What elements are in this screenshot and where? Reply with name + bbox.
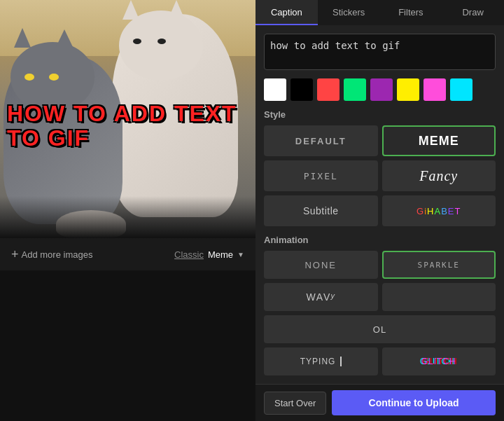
style-section: Style DEFAULT MEME PIXEL Fancy [264,109,496,226]
caption-panel: how to add text to gif Style DEFAULT ME [255,25,504,384]
tab-filters[interactable]: Filters [380,0,442,25]
color-green[interactable] [344,78,366,101]
anim-wavy[interactable]: WAVy [264,283,378,311]
style-pixel[interactable]: PIXEL [264,160,378,191]
style-default[interactable]: DEFAULT [264,125,378,156]
plus-icon: + [11,247,19,262]
style-meme[interactable]: MEME [382,125,496,156]
gif-container: HOW TO ADD TEXT TO GIF [0,0,255,238]
color-palette [264,78,496,101]
tab-caption[interactable]: Caption [255,0,318,25]
right-panel: Caption Stickers Filters Draw how to add… [255,0,504,421]
add-images-label: Add more images [22,249,93,260]
style-grid: DEFAULT MEME PIXEL Fancy Subtitle [264,125,496,226]
style-fancy[interactable]: Fancy [382,160,496,191]
bottom-bar: + Add more images Classic Meme ▼ [0,238,255,270]
dropdown-arrow-icon[interactable]: ▼ [237,251,244,258]
style-section-label: Style [264,109,496,120]
meme-style-option[interactable]: Meme [208,249,233,260]
add-images-button[interactable]: + Add more images [11,247,92,262]
color-cyan[interactable] [450,78,472,101]
bottom-actions: Start Over Continue to Upload [255,384,504,421]
caption-text-input[interactable]: how to add text to gif [264,34,496,70]
color-white[interactable] [264,78,286,101]
color-purple[interactable] [370,78,393,101]
continue-button[interactable]: Continue to Upload [332,390,496,415]
left-panel: HOW TO ADD TEXT TO GIF + Add more images… [0,0,255,421]
anim-rainbow[interactable]: RAINBOW [382,283,496,311]
anim-ol[interactable]: OL [264,315,496,343]
classic-style-option[interactable]: Classic [174,249,204,260]
style-alphabet[interactable]: GiHABET [382,195,496,226]
start-over-button[interactable]: Start Over [264,392,326,415]
color-black[interactable] [290,78,313,101]
style-selector: Classic Meme ▼ [174,249,244,260]
anim-sparkle[interactable]: SPARKLE [382,251,496,279]
tabs-bar: Caption Stickers Filters Draw [255,0,504,25]
animation-grid: NONE SPARKLE WAVy RAINBOW OL [264,251,496,375]
color-pink[interactable] [424,78,446,101]
color-red[interactable] [317,78,340,101]
animation-section-label: Animation [264,235,496,245]
left-empty-area [0,270,255,421]
animation-section: Animation NONE SPARKLE WAVy RA [264,235,496,375]
anim-typing[interactable]: TYPING [264,347,378,375]
style-subtitle[interactable]: Subtitle [264,195,378,226]
tab-stickers[interactable]: Stickers [318,0,380,25]
anim-none[interactable]: NONE [264,251,378,279]
tab-draw[interactable]: Draw [442,0,504,25]
color-yellow[interactable] [397,78,419,101]
gif-text-overlay: HOW TO ADD TEXT TO GIF [7,102,255,151]
anim-glitch[interactable]: GLITCH [382,347,496,375]
